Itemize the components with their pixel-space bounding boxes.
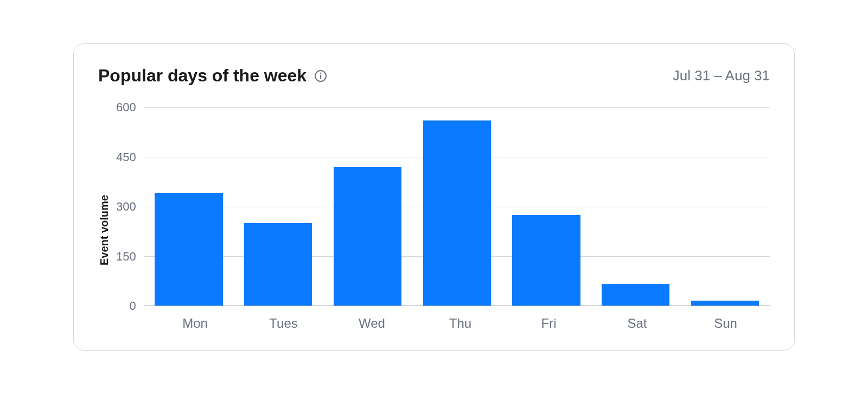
y-axis-ticks: 6004503001500 [116, 107, 144, 306]
date-range: Jul 31 – Aug 31 [673, 67, 770, 84]
x-tick: Sat [593, 316, 681, 331]
card-header: Popular days of the week Jul 31 – Aug 31 [98, 66, 770, 86]
bar[interactable] [423, 120, 491, 306]
bar-slot [591, 107, 680, 306]
title-group: Popular days of the week [98, 66, 327, 86]
bar-slot [680, 107, 770, 306]
bar-slot [502, 107, 591, 306]
x-tick: Sun [681, 316, 770, 331]
x-tick: Mon [151, 316, 239, 331]
card-title: Popular days of the week [98, 66, 307, 86]
bar[interactable] [691, 301, 759, 306]
bar-slot [144, 107, 234, 306]
y-axis-label: Event volume [98, 173, 111, 265]
bars-container [144, 107, 770, 306]
plot-area [144, 107, 770, 306]
info-icon[interactable] [314, 69, 327, 82]
bar-slot [412, 107, 502, 306]
bar[interactable] [602, 284, 669, 306]
bar[interactable] [155, 193, 222, 306]
x-tick: Fri [505, 316, 593, 331]
bar-slot [323, 107, 412, 306]
bar[interactable] [244, 223, 312, 306]
chart-card: Popular days of the week Jul 31 – Aug 31… [73, 43, 795, 351]
bar[interactable] [334, 167, 401, 306]
chart-body: 6004503001500 MonTuesWedThuFriSatSun [116, 107, 770, 331]
x-axis-ticks: MonTuesWedThuFriSatSun [116, 306, 770, 331]
bar-slot [233, 107, 323, 306]
chart-container: Event volume 6004503001500 MonTuesWedThu… [98, 107, 770, 331]
svg-point-2 [321, 73, 321, 73]
x-tick: Thu [416, 316, 505, 331]
plot-row: 6004503001500 [116, 107, 770, 306]
x-tick: Tues [239, 316, 328, 331]
x-tick: Wed [328, 316, 416, 331]
bar[interactable] [512, 215, 580, 306]
